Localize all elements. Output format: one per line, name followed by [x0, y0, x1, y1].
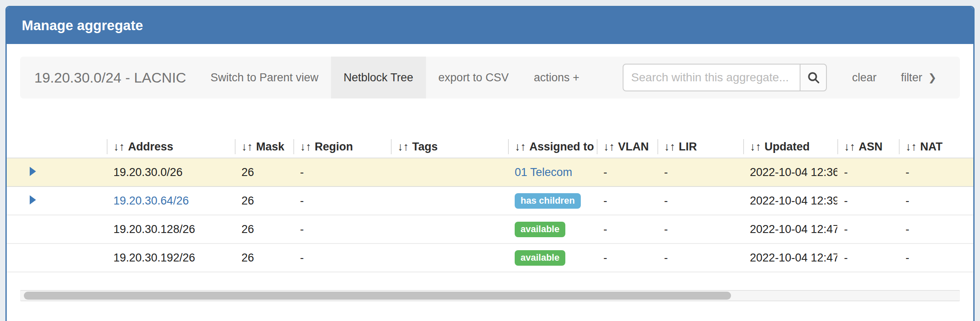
- filter-button[interactable]: filter ❯: [901, 71, 936, 84]
- cell-address: 19.20.30.192/26: [107, 243, 235, 272]
- assigned-to-link[interactable]: 01 Telecom: [515, 166, 572, 179]
- address-text: 19.20.30.0/26: [113, 166, 182, 179]
- actions-menu-button[interactable]: actions +: [521, 57, 592, 98]
- sort-icon: ↓↑: [515, 140, 526, 153]
- cell-vlan: -: [597, 215, 657, 243]
- clear-button[interactable]: clear: [852, 71, 877, 84]
- column-header-label: ASN: [859, 140, 883, 153]
- cell-mask: 26: [235, 215, 293, 243]
- page-background: { "panel": { "title": "Manage aggregate"…: [0, 0, 980, 321]
- cell-asn: -: [837, 158, 899, 186]
- cell-assigned-to: 01 Telecom: [508, 158, 597, 186]
- cell-expand: [7, 158, 107, 186]
- column-header-label: VLAN: [618, 140, 649, 153]
- column-header-label: Mask: [256, 140, 285, 153]
- cell-lir: -: [657, 158, 743, 186]
- status-badge: available: [515, 250, 565, 266]
- column-header-region[interactable]: ↓↑Region: [293, 138, 391, 158]
- cell-updated: 2022-10-04 12:36: [743, 158, 837, 186]
- sort-icon: ↓↑: [906, 140, 917, 153]
- cell-nat: -: [899, 243, 973, 272]
- page-title: Manage aggregate: [22, 18, 143, 34]
- column-header-assigned-to[interactable]: ↓↑Assigned to: [508, 138, 597, 158]
- cell-tags: [391, 215, 508, 243]
- cell-assigned-to: available: [508, 215, 597, 243]
- cell-mask: 26: [235, 243, 293, 272]
- cell-mask: 26: [235, 186, 293, 215]
- table-row[interactable]: 19.20.30.192/2626-available--2022-10-04 …: [7, 243, 973, 272]
- cell-address: 19.20.30.64/26: [107, 186, 235, 215]
- cell-address: 19.20.30.128/26: [107, 215, 235, 243]
- horizontal-scrollbar-thumb[interactable]: [24, 292, 731, 300]
- address-text: 19.20.30.192/26: [113, 251, 195, 264]
- column-header-label: LIR: [679, 140, 697, 153]
- address-text: 19.20.30.128/26: [113, 223, 195, 236]
- expand-triangle-icon[interactable]: [30, 195, 36, 205]
- sort-icon: ↓↑: [664, 140, 675, 153]
- cell-region: -: [293, 186, 391, 215]
- cell-region: -: [293, 215, 391, 243]
- search-input[interactable]: [623, 64, 800, 91]
- cell-mask: 26: [235, 158, 293, 186]
- status-badge: has children: [515, 193, 581, 209]
- table-row[interactable]: 19.20.30.128/2626-available--2022-10-04 …: [7, 215, 973, 243]
- table-body: 19.20.30.0/2626-01 Telecom--2022-10-04 1…: [7, 158, 973, 272]
- column-header-nat[interactable]: ↓↑NAT: [899, 138, 973, 158]
- cell-tags: [391, 186, 508, 215]
- switch-to-parent-view-button[interactable]: Switch to Parent view: [198, 57, 331, 98]
- column-header-label: NAT: [920, 140, 943, 153]
- manage-aggregate-panel: Manage aggregate 19.20.30.0/24 - LACNIC …: [5, 6, 975, 321]
- expand-triangle-icon[interactable]: [30, 167, 36, 176]
- address-link[interactable]: 19.20.30.64/26: [113, 194, 189, 207]
- toolbar: 19.20.30.0/24 - LACNIC Switch to Parent …: [20, 57, 960, 98]
- column-header-address[interactable]: ↓↑Address: [107, 138, 235, 158]
- cell-expand: [7, 215, 107, 243]
- column-header-tags[interactable]: ↓↑Tags: [391, 138, 508, 158]
- cell-lir: -: [657, 243, 743, 272]
- status-badge: available: [515, 222, 565, 237]
- sort-icon: ↓↑: [113, 140, 125, 153]
- cell-address: 19.20.30.0/26: [107, 158, 235, 186]
- sort-icon: ↓↑: [241, 140, 253, 153]
- cell-vlan: -: [597, 186, 657, 215]
- aggregate-title: 19.20.30.0/24 - LACNIC: [34, 70, 186, 86]
- cell-updated: 2022-10-04 12:39: [743, 186, 837, 215]
- column-header-label: Assigned to: [529, 140, 594, 153]
- search-button[interactable]: [800, 64, 827, 91]
- cell-assigned-to: available: [508, 243, 597, 272]
- cell-lir: -: [657, 186, 743, 215]
- cell-lir: -: [657, 215, 743, 243]
- netblock-table: ↓↑Address↓↑Mask↓↑Region↓↑Tags↓↑Assigned …: [7, 138, 973, 272]
- cell-region: -: [293, 158, 391, 186]
- cell-updated: 2022-10-04 12:47: [743, 215, 837, 243]
- sort-icon: ↓↑: [398, 140, 409, 153]
- column-header-label: Address: [128, 140, 173, 153]
- column-header-mask[interactable]: ↓↑Mask: [235, 138, 293, 158]
- table-head: ↓↑Address↓↑Mask↓↑Region↓↑Tags↓↑Assigned …: [7, 138, 973, 158]
- table-row[interactable]: 19.20.30.64/2626-has children--2022-10-0…: [7, 186, 973, 215]
- column-header-expand: [7, 138, 107, 158]
- sort-icon: ↓↑: [603, 140, 615, 153]
- cell-asn: -: [837, 215, 899, 243]
- column-header-label: Tags: [412, 140, 438, 153]
- cell-vlan: -: [597, 243, 657, 272]
- cell-asn: -: [837, 186, 899, 215]
- horizontal-scrollbar-track[interactable]: [20, 290, 960, 301]
- netblock-tree-tab[interactable]: Netblock Tree: [331, 57, 426, 98]
- search-group: [623, 64, 827, 91]
- column-header-vlan[interactable]: ↓↑VLAN: [597, 138, 657, 158]
- cell-expand: [7, 186, 107, 215]
- table-row[interactable]: 19.20.30.0/2626-01 Telecom--2022-10-04 1…: [7, 158, 973, 186]
- column-header-asn[interactable]: ↓↑ASN: [837, 138, 899, 158]
- chevron-right-icon: ❯: [928, 72, 936, 83]
- cell-tags: [391, 243, 508, 272]
- column-header-label: Updated: [765, 140, 810, 153]
- cell-vlan: -: [597, 158, 657, 186]
- column-header-label: Region: [315, 140, 353, 153]
- column-header-updated[interactable]: ↓↑Updated: [743, 138, 837, 158]
- panel-header: Manage aggregate: [7, 7, 973, 44]
- column-header-lir[interactable]: ↓↑LIR: [657, 138, 743, 158]
- cell-nat: -: [899, 186, 973, 215]
- cell-expand: [7, 243, 107, 272]
- export-to-csv-button[interactable]: export to CSV: [426, 57, 521, 98]
